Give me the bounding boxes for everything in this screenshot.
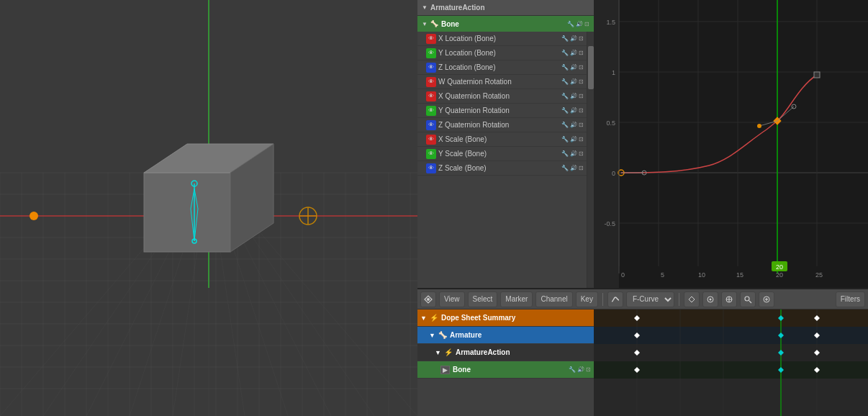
x-quat-label: X Quaternion Rotation — [438, 92, 559, 100]
proportional-icon[interactable] — [702, 291, 718, 307]
svg-text:10: 10 — [698, 271, 705, 279]
fcurve-icon[interactable] — [607, 291, 623, 307]
svg-text:20: 20 — [776, 271, 783, 279]
curve-editor[interactable]: 1.5 1 0.5 0 -0.5 0 5 10 15 20 25 20 — [594, 0, 868, 288]
channel-y-quat[interactable]: 👁 Y Quaternion Rotation 🔧 🔊 ⊡ — [417, 104, 587, 118]
armature-action-label: ArmatureAction — [430, 4, 485, 12]
collapse-arrow-action[interactable]: ▼ — [422, 4, 428, 11]
viewport-3d[interactable] — [0, 0, 417, 416]
svg-rect-45 — [144, 173, 230, 252]
svg-text:20: 20 — [776, 263, 783, 271]
pivot-icon[interactable] — [721, 291, 737, 307]
search-icon[interactable] — [740, 291, 756, 307]
dope-summary-row[interactable]: ▼ ⚡ Dope Sheet Summary — [417, 309, 594, 327]
channel-z-scale[interactable]: 👁 Z Scale (Bone) 🔧 🔊 ⊡ — [417, 161, 587, 176]
snapping-icon[interactable] — [684, 291, 700, 307]
channel-x-location[interactable]: 👁 X Location (Bone) 🔧 🔊 ⊡ — [417, 32, 587, 46]
channel-w-quat[interactable]: 👁 W Quaternion Rotation 🔧 🔊 ⊡ — [417, 75, 587, 89]
eye-y-scale[interactable]: 👁 — [426, 149, 436, 159]
svg-point-94 — [427, 298, 430, 301]
svg-text:-0.5: -0.5 — [604, 220, 615, 227]
collapse-arrow-bone[interactable]: ▼ — [422, 21, 428, 27]
channel-list: ▼ ArmatureAction ▼ 🦴 Bone 🔧 🔊 ⊡ — [417, 0, 594, 288]
x-location-label: X Location (Bone) — [438, 35, 559, 42]
dope-bone-row[interactable]: ▶ Bone 🔧 🔊 ⊡ — [417, 361, 594, 379]
svg-text:0.5: 0.5 — [606, 119, 615, 127]
z-scale-label: Z Scale (Bone) — [438, 164, 559, 172]
armature-action-header[interactable]: ▼ ArmatureAction — [417, 0, 594, 16]
channel-z-location[interactable]: 👁 Z Location (Bone) 🔧 🔊 ⊡ — [417, 60, 587, 75]
svg-text:0: 0 — [621, 271, 625, 279]
dope-action-icon: ⚡ — [444, 348, 453, 356]
eye-w-quat[interactable]: 👁 — [426, 77, 436, 87]
svg-point-100 — [745, 297, 749, 301]
fcurve-select[interactable]: F-Curve — [626, 291, 674, 307]
marker-menu[interactable]: Marker — [500, 291, 533, 307]
dope-action-label: ArmatureAction — [456, 348, 591, 356]
collapse-action[interactable]: ▼ — [435, 349, 441, 356]
svg-point-90 — [757, 124, 761, 128]
dope-armature-label: Armature — [450, 331, 591, 339]
channel-scroll-area: 👁 X Location (Bone) 🔧 🔊 ⊡ 👁 Y Location (… — [417, 32, 594, 288]
svg-rect-57 — [594, 0, 619, 288]
dope-content: ▼ ⚡ Dope Sheet Summary ▼ 🦴 Armature — [417, 309, 868, 416]
channel-x-scale[interactable]: 👁 X Scale (Bone) 🔧 🔊 ⊡ — [417, 132, 587, 147]
eye-x-scale[interactable]: 👁 — [426, 135, 436, 145]
svg-line-101 — [749, 301, 751, 303]
eye-x-location[interactable]: 👁 — [426, 34, 436, 44]
bone-header[interactable]: ▼ 🦴 Bone 🔧 🔊 ⊡ — [417, 16, 594, 32]
eye-z-scale[interactable]: 👁 — [426, 163, 436, 173]
channel-scrollbar[interactable] — [587, 32, 594, 288]
top-area: ▼ ArmatureAction ▼ 🦴 Bone 🔧 🔊 ⊡ — [417, 0, 868, 288]
svg-text:25: 25 — [815, 271, 823, 279]
eye-y-quat[interactable]: 👁 — [426, 106, 436, 116]
right-panel: ▼ ArmatureAction ▼ 🦴 Bone 🔧 🔊 ⊡ — [417, 0, 868, 416]
collapse-armature[interactable]: ▼ — [429, 332, 435, 339]
eye-z-location[interactable]: 👁 — [426, 63, 436, 73]
w-quat-label: W Quaternion Rotation — [438, 78, 559, 86]
svg-rect-86 — [814, 72, 820, 78]
dope-armature-icon: 🦴 — [438, 331, 447, 339]
eye-z-quat[interactable]: 👁 — [426, 120, 436, 130]
y-location-label: Y Location (Bone) — [438, 49, 559, 57]
eye-x-quat[interactable]: 👁 — [426, 91, 436, 101]
channel-menu[interactable]: Channel — [535, 291, 572, 307]
channel-z-quat[interactable]: 👁 Z Quaternion Rotation 🔧 🔊 ⊡ — [417, 118, 587, 132]
dope-armature-row[interactable]: ▼ 🦴 Armature — [417, 327, 594, 344]
dope-keyframes[interactable] — [594, 309, 868, 416]
dope-summary-icon: ⚡ — [430, 314, 438, 322]
x-scale-label: X Scale (Bone) — [438, 135, 559, 143]
svg-text:0: 0 — [612, 170, 615, 177]
dope-bone-play-icon[interactable]: ▶ — [440, 366, 450, 374]
dope-channel-list: ▼ ⚡ Dope Sheet Summary ▼ 🦴 Armature — [417, 309, 594, 416]
channel-y-scale[interactable]: 👁 Y Scale (Bone) 🔧 🔊 ⊡ — [417, 147, 587, 161]
key-menu[interactable]: Key — [576, 291, 598, 307]
view-menu[interactable]: View — [439, 291, 465, 307]
filters-btn[interactable]: Filters — [836, 291, 865, 307]
svg-text:1: 1 — [612, 69, 615, 76]
collapse-summary[interactable]: ▼ — [420, 315, 427, 322]
svg-text:5: 5 — [661, 271, 664, 279]
dope-summary-label: Dope Sheet Summary — [441, 314, 591, 322]
action-icon-btn[interactable] — [420, 291, 436, 307]
channel-y-location[interactable]: 👁 Y Location (Bone) 🔧 🔊 ⊡ — [417, 46, 587, 60]
dope-sheet-area: View Select Marker Channel Key — [417, 288, 868, 416]
dope-sheet-toolbar: View Select Marker Channel Key — [417, 289, 868, 309]
svg-point-52 — [30, 212, 38, 220]
dope-bone-label: Bone — [453, 366, 566, 374]
svg-point-96 — [709, 298, 711, 300]
y-quat-label: Y Quaternion Rotation — [438, 107, 559, 114]
select-menu[interactable]: Select — [468, 291, 498, 307]
y-scale-label: Y Scale (Bone) — [438, 150, 559, 158]
add-icon[interactable] — [759, 291, 774, 307]
eye-y-location[interactable]: 👁 — [426, 48, 436, 58]
toolbar-sep-2 — [679, 293, 679, 306]
dope-action-row[interactable]: ▼ ⚡ ArmatureAction — [417, 344, 594, 361]
z-quat-label: Z Quaternion Rotation — [438, 121, 559, 129]
svg-rect-56 — [594, 0, 868, 288]
z-location-label: Z Location (Bone) — [438, 63, 559, 71]
bone-header-label: Bone — [441, 20, 459, 28]
channel-x-quat[interactable]: 👁 X Quaternion Rotation 🔧 🔊 ⊡ — [417, 89, 587, 104]
svg-text:15: 15 — [736, 271, 743, 279]
svg-text:1.5: 1.5 — [606, 19, 615, 26]
